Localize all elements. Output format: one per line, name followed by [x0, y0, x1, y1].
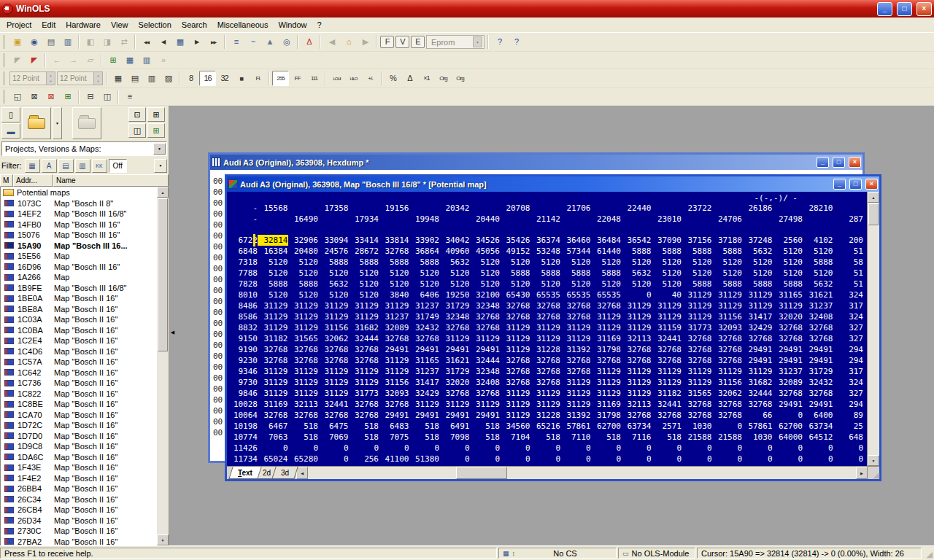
- map-cell[interactable]: 5888: [379, 257, 409, 268]
- map-cell[interactable]: 32444: [349, 333, 379, 344]
- map-cell[interactable]: 31129: [652, 366, 682, 377]
- width-float-button[interactable]: Fl.: [250, 71, 266, 86]
- map-cell[interactable]: 66: [742, 410, 773, 421]
- map-cell[interactable]: 31159: [652, 322, 682, 333]
- scrollbar-track[interactable]: [868, 203, 879, 455]
- map-cell[interactable]: 31392: [560, 344, 591, 355]
- map-cell[interactable]: 31129: [530, 322, 561, 333]
- map-cell[interactable]: 5120: [379, 268, 409, 279]
- map-cell[interactable]: 31129: [500, 410, 530, 421]
- map-cell[interactable]: 5888: [591, 268, 622, 279]
- map-cell[interactable]: 518: [288, 421, 319, 432]
- map-cell[interactable]: 33414: [349, 235, 379, 246]
- map-cell[interactable]: 5120: [773, 257, 803, 268]
- map-cell[interactable]: 32768: [288, 410, 319, 421]
- window-type-v-button[interactable]: V: [395, 36, 409, 48]
- map-cell[interactable]: 31129: [652, 300, 682, 311]
- map-cell[interactable]: 31129: [288, 300, 319, 311]
- map-cell[interactable]: 31156: [712, 377, 743, 388]
- map-cell[interactable]: 0: [470, 454, 501, 464]
- map-cell[interactable]: 89: [833, 410, 864, 421]
- view-mixed-button[interactable]: ▨: [160, 71, 177, 86]
- list-item[interactable]: 26BB4Map "Bosch II 16": [1, 483, 157, 494]
- resize-corner-icon[interactable]: ◢: [868, 467, 879, 479]
- map-cell[interactable]: 31129: [682, 377, 712, 388]
- map-cell[interactable]: 32768: [258, 344, 288, 355]
- list-item[interactable]: 16D96Map "Bosch III 16": [1, 262, 157, 273]
- map-cell[interactable]: 32768: [712, 410, 743, 421]
- sidebar-scrollbar[interactable]: ▲ ▼: [157, 187, 169, 545]
- map-cell[interactable]: 31129: [712, 300, 743, 311]
- map-cell[interactable]: 5120: [682, 268, 712, 279]
- map-cell[interactable]: 5888: [682, 279, 712, 289]
- hexdump-window-titlebar[interactable]: Audi A3 (Original), 363908, Hexdump * _ …: [210, 155, 862, 170]
- map-cell[interactable]: 36484: [591, 235, 622, 246]
- map-cell[interactable]: 32768: [288, 344, 319, 355]
- prev-map-button[interactable]: ◀: [155, 34, 171, 50]
- list-header-addr[interactable]: Addr...: [13, 174, 53, 187]
- list-item[interactable]: 14EF2Map "Bosch III 16/8": [1, 209, 157, 219]
- map-cell[interactable]: 31129: [621, 366, 652, 377]
- map-cell[interactable]: 31129: [682, 300, 712, 311]
- map-cell[interactable]: 518: [530, 432, 561, 443]
- map-cell[interactable]: 5120: [409, 279, 440, 289]
- map-cell[interactable]: 5888: [349, 257, 379, 268]
- menu-view[interactable]: View: [106, 19, 134, 31]
- menu-hardware[interactable]: Hardware: [61, 19, 106, 31]
- h-scrollbar-thumb[interactable]: [456, 467, 507, 479]
- map-cell[interactable]: 5120: [258, 289, 288, 300]
- list-item[interactable]: 26CB4Map "Bosch II 16": [1, 505, 157, 516]
- scroll-down-icon[interactable]: ▼: [868, 455, 879, 466]
- map-close-button[interactable]: ×: [865, 179, 878, 190]
- map-cell[interactable]: 31156: [712, 311, 743, 322]
- map-cell[interactable]: 324: [833, 311, 864, 322]
- list-item[interactable]: 1B9FEMap "Bosch III 16/8": [1, 283, 157, 294]
- map-cell[interactable]: 31129: [258, 377, 288, 388]
- map-cell[interactable]: 32432: [409, 322, 440, 333]
- map-cell[interactable]: 0: [833, 454, 864, 464]
- map-cell[interactable]: 32768: [318, 344, 349, 355]
- tab-3d[interactable]: 3d: [271, 467, 298, 479]
- arrange-window-1-button[interactable]: ⊡: [128, 107, 146, 122]
- map-cell[interactable]: 31129: [712, 366, 743, 377]
- view-dec-button[interactable]: ▤: [126, 71, 143, 86]
- list-item[interactable]: 1BE0AMap "Bosch II 16": [1, 293, 157, 304]
- map-cell[interactable]: 1030: [742, 432, 773, 443]
- map-cell[interactable]: 5120: [409, 268, 440, 279]
- map-cell[interactable]: 0: [258, 443, 288, 454]
- map-cell[interactable]: 5888: [318, 257, 349, 268]
- insert-map-button[interactable]: ⊞: [104, 52, 121, 68]
- map-cell[interactable]: 31129: [500, 322, 530, 333]
- map-cell[interactable]: 32768: [409, 333, 440, 344]
- map-cell[interactable]: 0: [591, 443, 622, 454]
- map-cell[interactable]: 51: [833, 268, 864, 279]
- map-cell[interactable]: 5632: [621, 268, 652, 279]
- map-cell[interactable]: 31129: [318, 311, 349, 322]
- map-cell[interactable]: 294: [833, 399, 864, 410]
- map-cell[interactable]: 64000: [773, 432, 803, 443]
- list-item[interactable]: 1C642Map "Bosch II 16": [1, 368, 157, 378]
- map-cell[interactable]: 5120: [712, 257, 743, 268]
- map-cell[interactable]: 35426: [500, 235, 530, 246]
- map-cell[interactable]: 31182: [652, 388, 682, 399]
- scrollbar-thumb[interactable]: [868, 203, 879, 225]
- map-cell[interactable]: 31169: [591, 399, 622, 410]
- map-cell[interactable]: 518: [409, 421, 440, 432]
- map-cell[interactable]: 32768: [470, 322, 501, 333]
- map-cell[interactable]: 0: [621, 454, 652, 464]
- map-cell[interactable]: 32768: [500, 377, 530, 388]
- map-cell[interactable]: 31129: [591, 388, 622, 399]
- map-cell[interactable]: 0: [500, 454, 530, 464]
- filter-dropdown-icon[interactable]: ▼: [154, 159, 167, 173]
- map-cell[interactable]: 51: [833, 279, 864, 289]
- map-cell[interactable]: 32768: [682, 399, 712, 410]
- compare-versions-button[interactable]: Δ: [301, 34, 317, 50]
- map-cell[interactable]: 0: [742, 443, 773, 454]
- map-cell[interactable]: 256: [349, 454, 379, 464]
- map-cell[interactable]: 5120: [500, 279, 530, 289]
- map-cell[interactable]: 0: [773, 443, 803, 454]
- list-item[interactable]: 1C822Map "Bosch II 16": [1, 389, 157, 400]
- filter-maps-button[interactable]: ▦: [25, 159, 40, 173]
- map-cell[interactable]: 5120: [682, 257, 712, 268]
- scroll-right-icon[interactable]: ▶: [856, 467, 868, 479]
